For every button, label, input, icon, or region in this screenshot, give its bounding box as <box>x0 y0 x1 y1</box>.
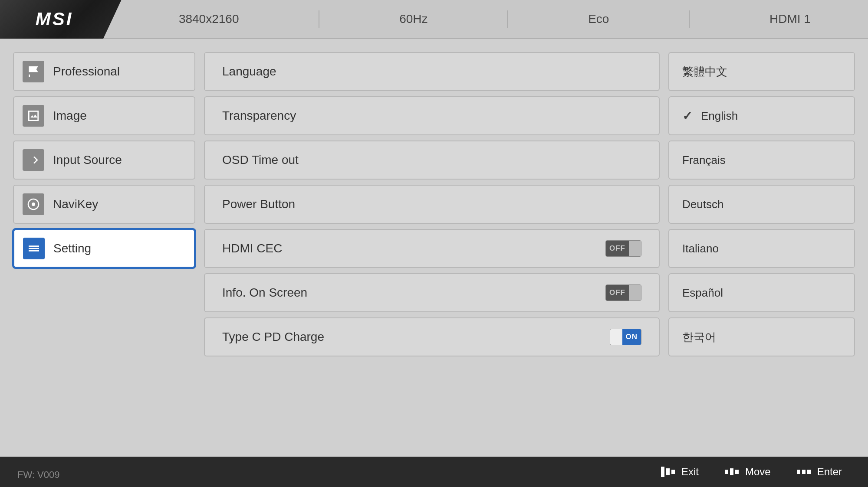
mode-display: Eco <box>588 12 609 26</box>
exit-bar-1 <box>661 467 664 477</box>
lang-french: Français <box>682 154 726 167</box>
sidebar-label-image: Image <box>53 109 87 123</box>
divider-2 <box>507 10 508 28</box>
exit-bar-3 <box>671 470 675 474</box>
sidebar-item-input-source[interactable]: Input Source <box>13 141 195 180</box>
menu-item-info-on-screen[interactable]: Info. On Screen OFF <box>204 273 660 312</box>
refresh-rate-display: 60Hz <box>399 12 427 26</box>
image-icon <box>23 105 44 127</box>
enter-bar-1 <box>797 470 800 474</box>
lang-english: English <box>701 109 738 123</box>
hdmi-cec-toggle[interactable]: OFF <box>605 240 641 257</box>
svg-point-0 <box>32 203 35 206</box>
transparency-label: Transparency <box>222 109 296 123</box>
type-c-toggle-label: ON <box>622 329 641 345</box>
sidebar-item-navikey[interactable]: NaviKey <box>13 185 195 224</box>
sidebar-item-image[interactable]: Image <box>13 96 195 135</box>
sidebar-label-navikey: NaviKey <box>53 197 98 211</box>
enter-bar-2 <box>802 470 806 474</box>
lang-item-zh-traditional[interactable]: 繁體中文 <box>668 52 855 91</box>
move-bar-3 <box>735 470 739 474</box>
bottom-action-move: Move <box>725 466 771 478</box>
exit-bar-2 <box>666 468 670 475</box>
menu-item-hdmi-cec[interactable]: HDMI CEC OFF <box>204 229 660 268</box>
info-on-screen-toggle-knob <box>629 285 641 301</box>
firmware-label: FW: V009 <box>17 469 59 480</box>
main-content: Professional Image Input Source NaviKey <box>0 39 868 457</box>
enter-icon <box>797 470 811 474</box>
hdmi-cec-label: HDMI CEC <box>222 242 282 255</box>
lang-italian: Italiano <box>682 242 719 255</box>
enter-label: Enter <box>817 466 842 478</box>
sidebar: Professional Image Input Source NaviKey <box>13 48 195 448</box>
lang-item-english[interactable]: ✓ English <box>668 96 855 135</box>
hdmi-cec-toggle-knob <box>629 241 641 256</box>
type-c-pd-charge-label: Type C PD Charge <box>222 330 324 344</box>
sidebar-label-professional: Professional <box>53 65 120 78</box>
move-bar-2 <box>730 468 733 475</box>
lang-german: Deutsch <box>682 198 723 211</box>
input-display: HDMI 1 <box>769 12 811 26</box>
navikey-icon <box>23 193 44 215</box>
lang-korean: 한국어 <box>682 330 716 345</box>
move-bar-1 <box>725 470 728 474</box>
sidebar-item-setting[interactable]: Setting <box>13 229 195 268</box>
divider-3 <box>689 10 690 28</box>
language-list: 繁體中文 ✓ English Français Deutsch Italiano… <box>668 48 855 448</box>
menu-item-language[interactable]: Language <box>204 52 660 91</box>
top-bar: MSI 3840x2160 60Hz Eco HDMI 1 <box>0 0 868 39</box>
menu-item-transparency[interactable]: Transparency <box>204 96 660 135</box>
power-button-label: Power Button <box>222 197 295 211</box>
lang-item-german[interactable]: Deutsch <box>668 185 855 224</box>
sidebar-item-professional[interactable]: Professional <box>13 52 195 91</box>
info-on-screen-toggle-label: OFF <box>606 285 629 301</box>
info-on-screen-toggle[interactable]: OFF <box>605 284 641 301</box>
sidebar-label-input-source: Input Source <box>53 153 122 167</box>
lang-item-italian[interactable]: Italiano <box>668 229 855 268</box>
lang-zh-traditional: 繁體中文 <box>682 64 727 79</box>
top-bar-info: 3840x2160 60Hz Eco HDMI 1 <box>122 10 868 28</box>
middle-column: Language Transparency OSD Time out Power… <box>204 48 660 448</box>
osd-timeout-label: OSD Time out <box>222 153 299 167</box>
settings-icon <box>23 238 45 259</box>
type-c-pd-charge-toggle[interactable]: ON <box>610 329 642 345</box>
lang-item-korean[interactable]: 한국어 <box>668 317 855 356</box>
flag-icon <box>23 61 44 82</box>
move-label: Move <box>745 466 771 478</box>
arrow-icon <box>23 149 44 171</box>
sidebar-label-setting: Setting <box>53 242 91 255</box>
bottom-bar: FW: V009 Exit Move Enter <box>0 457 868 487</box>
logo: MSI <box>36 9 73 29</box>
logo-area: MSI <box>0 0 122 39</box>
move-icon <box>725 468 739 475</box>
language-label: Language <box>222 65 276 78</box>
type-c-toggle-knob <box>610 329 622 345</box>
enter-bar-3 <box>807 470 811 474</box>
bottom-action-enter: Enter <box>797 466 842 478</box>
resolution-display: 3840x2160 <box>179 12 239 26</box>
lang-item-french[interactable]: Français <box>668 141 855 180</box>
bottom-action-exit: Exit <box>661 466 699 478</box>
menu-item-type-c-pd-charge[interactable]: Type C PD Charge ON <box>204 317 660 356</box>
lang-spanish: Español <box>682 286 723 300</box>
lang-item-spanish[interactable]: Español <box>668 273 855 312</box>
menu-item-power-button[interactable]: Power Button <box>204 185 660 224</box>
hdmi-cec-toggle-label: OFF <box>606 241 629 256</box>
exit-icon <box>661 467 675 477</box>
exit-label: Exit <box>681 466 699 478</box>
menu-item-osd-timeout[interactable]: OSD Time out <box>204 141 660 180</box>
checkmark-english: ✓ <box>682 109 692 123</box>
divider-1 <box>319 10 319 28</box>
info-on-screen-label: Info. On Screen <box>222 286 307 300</box>
